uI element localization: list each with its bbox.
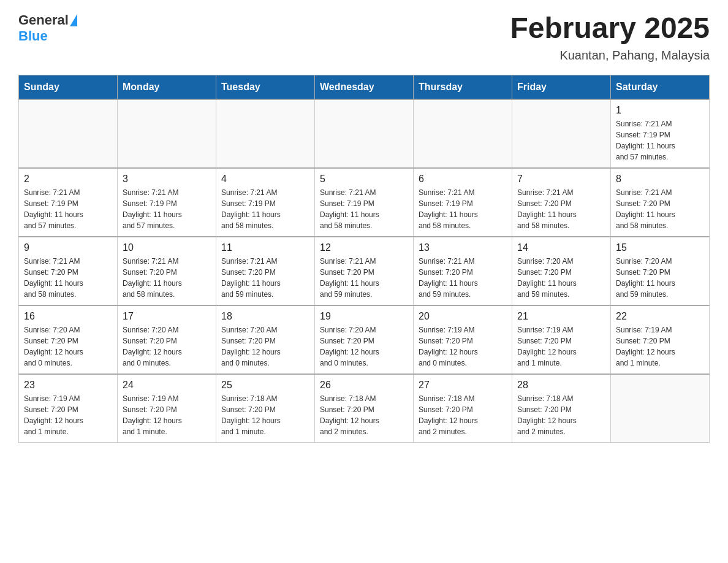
calendar-cell [414,99,512,168]
day-number: 15 [616,242,704,253]
day-number: 1 [616,105,704,116]
calendar-cell: 17Sunrise: 7:20 AM Sunset: 7:20 PM Dayli… [118,305,216,374]
calendar-cell: 4Sunrise: 7:21 AM Sunset: 7:19 PM Daylig… [216,168,315,237]
day-number: 23 [24,380,112,391]
calendar-cell: 2Sunrise: 7:21 AM Sunset: 7:19 PM Daylig… [19,168,118,237]
calendar-cell: 13Sunrise: 7:21 AM Sunset: 7:20 PM Dayli… [414,237,512,305]
day-number: 6 [419,174,507,185]
day-info: Sunrise: 7:21 AM Sunset: 7:19 PM Dayligh… [221,187,309,231]
calendar-cell: 10Sunrise: 7:21 AM Sunset: 7:20 PM Dayli… [118,237,216,305]
day-info: Sunrise: 7:21 AM Sunset: 7:19 PM Dayligh… [419,187,507,231]
calendar-cell [315,99,414,168]
calendar-title: February 2025 [510,12,710,45]
day-info: Sunrise: 7:21 AM Sunset: 7:19 PM Dayligh… [24,187,112,231]
day-number: 7 [517,174,605,185]
calendar-cell: 15Sunrise: 7:20 AM Sunset: 7:20 PM Dayli… [611,237,710,305]
day-info: Sunrise: 7:21 AM Sunset: 7:20 PM Dayligh… [221,256,309,300]
day-number: 26 [320,380,408,391]
calendar-cell: 5Sunrise: 7:21 AM Sunset: 7:19 PM Daylig… [315,168,414,237]
logo-triangle-icon [70,14,77,26]
week-row-4: 16Sunrise: 7:20 AM Sunset: 7:20 PM Dayli… [19,305,710,374]
calendar-cell: 27Sunrise: 7:18 AM Sunset: 7:20 PM Dayli… [414,374,512,443]
calendar-cell [19,99,118,168]
day-number: 18 [221,311,309,322]
day-number: 27 [419,380,507,391]
calendar-cell [216,99,315,168]
day-number: 12 [320,242,408,253]
day-number: 13 [419,242,507,253]
calendar-cell: 16Sunrise: 7:20 AM Sunset: 7:20 PM Dayli… [19,305,118,374]
day-info: Sunrise: 7:19 AM Sunset: 7:20 PM Dayligh… [419,324,507,369]
day-number: 8 [616,174,704,185]
day-number: 19 [320,311,408,322]
day-info: Sunrise: 7:18 AM Sunset: 7:20 PM Dayligh… [419,393,507,437]
calendar-cell: 20Sunrise: 7:19 AM Sunset: 7:20 PM Dayli… [414,305,512,374]
day-number: 17 [123,311,211,322]
day-info: Sunrise: 7:21 AM Sunset: 7:20 PM Dayligh… [419,256,507,300]
page-header: General Blue February 2025 Kuantan, Paha… [18,12,710,63]
day-number: 14 [517,242,605,253]
day-info: Sunrise: 7:21 AM Sunset: 7:20 PM Dayligh… [320,256,408,300]
day-number: 4 [221,174,309,185]
day-number: 28 [517,380,605,391]
day-info: Sunrise: 7:19 AM Sunset: 7:20 PM Dayligh… [123,393,211,437]
week-row-5: 23Sunrise: 7:19 AM Sunset: 7:20 PM Dayli… [19,374,710,443]
calendar-cell: 23Sunrise: 7:19 AM Sunset: 7:20 PM Dayli… [19,374,118,443]
day-number: 5 [320,174,408,185]
calendar-cell [118,99,216,168]
calendar-cell: 3Sunrise: 7:21 AM Sunset: 7:19 PM Daylig… [118,168,216,237]
day-number: 20 [419,311,507,322]
calendar-cell: 1Sunrise: 7:21 AM Sunset: 7:19 PM Daylig… [611,99,710,168]
day-number: 2 [24,174,112,185]
day-header-friday: Friday [512,75,611,99]
day-number: 21 [517,311,605,322]
day-info: Sunrise: 7:19 AM Sunset: 7:20 PM Dayligh… [24,393,112,437]
day-info: Sunrise: 7:21 AM Sunset: 7:20 PM Dayligh… [517,187,605,231]
calendar-cell: 24Sunrise: 7:19 AM Sunset: 7:20 PM Dayli… [118,374,216,443]
calendar-cell: 28Sunrise: 7:18 AM Sunset: 7:20 PM Dayli… [512,374,611,443]
day-info: Sunrise: 7:20 AM Sunset: 7:20 PM Dayligh… [221,324,309,369]
day-number: 11 [221,242,309,253]
calendar-cell: 26Sunrise: 7:18 AM Sunset: 7:20 PM Dayli… [315,374,414,443]
day-number: 16 [24,311,112,322]
day-header-monday: Monday [118,75,216,99]
logo-blue-text: Blue [18,28,48,44]
calendar-cell [611,374,710,443]
day-number: 9 [24,242,112,253]
day-info: Sunrise: 7:21 AM Sunset: 7:20 PM Dayligh… [616,187,704,231]
title-block: February 2025 Kuantan, Pahang, Malaysia [510,12,710,63]
day-info: Sunrise: 7:21 AM Sunset: 7:19 PM Dayligh… [616,118,704,163]
day-header-thursday: Thursday [414,75,512,99]
day-header-sunday: Sunday [19,75,118,99]
day-info: Sunrise: 7:20 AM Sunset: 7:20 PM Dayligh… [123,324,211,369]
day-info: Sunrise: 7:19 AM Sunset: 7:20 PM Dayligh… [616,324,704,369]
logo-general-text: General [18,12,69,28]
day-info: Sunrise: 7:20 AM Sunset: 7:20 PM Dayligh… [24,324,112,369]
calendar-cell: 9Sunrise: 7:21 AM Sunset: 7:20 PM Daylig… [19,237,118,305]
day-number: 10 [123,242,211,253]
calendar-cell: 14Sunrise: 7:20 AM Sunset: 7:20 PM Dayli… [512,237,611,305]
day-number: 3 [123,174,211,185]
calendar-cell: 25Sunrise: 7:18 AM Sunset: 7:20 PM Dayli… [216,374,315,443]
day-header-wednesday: Wednesday [315,75,414,99]
calendar-cell: 12Sunrise: 7:21 AM Sunset: 7:20 PM Dayli… [315,237,414,305]
logo: General Blue [18,12,77,44]
day-info: Sunrise: 7:19 AM Sunset: 7:20 PM Dayligh… [517,324,605,369]
calendar-table: SundayMondayTuesdayWednesdayThursdayFrid… [18,75,710,443]
calendar-cell: 11Sunrise: 7:21 AM Sunset: 7:20 PM Dayli… [216,237,315,305]
calendar-subtitle: Kuantan, Pahang, Malaysia [510,48,710,63]
day-header-tuesday: Tuesday [216,75,315,99]
day-info: Sunrise: 7:21 AM Sunset: 7:19 PM Dayligh… [320,187,408,231]
calendar-cell: 21Sunrise: 7:19 AM Sunset: 7:20 PM Dayli… [512,305,611,374]
day-info: Sunrise: 7:21 AM Sunset: 7:19 PM Dayligh… [123,187,211,231]
calendar-cell: 7Sunrise: 7:21 AM Sunset: 7:20 PM Daylig… [512,168,611,237]
day-info: Sunrise: 7:18 AM Sunset: 7:20 PM Dayligh… [221,393,309,437]
week-row-3: 9Sunrise: 7:21 AM Sunset: 7:20 PM Daylig… [19,237,710,305]
calendar-cell: 6Sunrise: 7:21 AM Sunset: 7:19 PM Daylig… [414,168,512,237]
calendar-cell: 18Sunrise: 7:20 AM Sunset: 7:20 PM Dayli… [216,305,315,374]
calendar-header-row: SundayMondayTuesdayWednesdayThursdayFrid… [19,75,710,99]
calendar-cell: 8Sunrise: 7:21 AM Sunset: 7:20 PM Daylig… [611,168,710,237]
day-info: Sunrise: 7:21 AM Sunset: 7:20 PM Dayligh… [24,256,112,300]
day-info: Sunrise: 7:20 AM Sunset: 7:20 PM Dayligh… [320,324,408,369]
calendar-cell: 19Sunrise: 7:20 AM Sunset: 7:20 PM Dayli… [315,305,414,374]
